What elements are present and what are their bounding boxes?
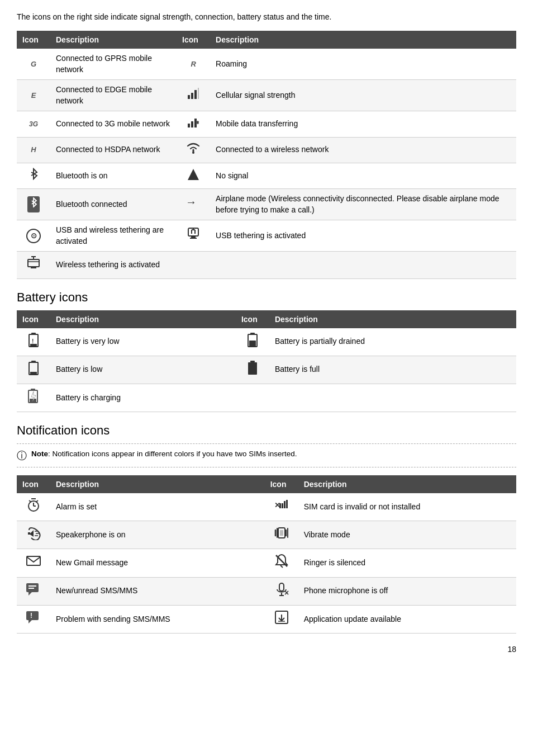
- desc-gmail: New Gmail message: [50, 549, 265, 577]
- icon-app-update: [265, 605, 298, 633]
- note-text: Note: Notification icons appear in diffe…: [31, 448, 297, 460]
- icon-usb-tethering: [177, 220, 210, 252]
- icon-bluetooth-on: [17, 163, 50, 188]
- svg-rect-0: [188, 95, 190, 99]
- battery-table: Icon Description Icon Description ! Batt…: [17, 310, 516, 413]
- svg-rect-2: [194, 90, 197, 99]
- table-row: New Gmail message Ringer is silenced: [17, 549, 516, 577]
- table-row: Bluetooth is on No signal: [17, 163, 516, 188]
- svg-line-43: [29, 500, 31, 502]
- svg-text:→: →: [185, 197, 197, 208]
- svg-rect-55: [280, 530, 283, 536]
- note-box: ⓘ Note: Notification icons appear in dif…: [17, 443, 516, 467]
- notif-col-icon1: Icon: [17, 475, 50, 493]
- icon-data-transfer: [177, 111, 210, 137]
- desc-airplane: Airplane mode (Wireless connectivity dis…: [210, 188, 516, 220]
- icon-battery-low: [17, 356, 50, 384]
- desc-battery-full: Battery is full: [269, 356, 516, 384]
- icon-vibrate: [265, 521, 298, 549]
- notification-table: Icon Description Icon Description Alarm …: [17, 475, 516, 634]
- icon-wireless-tethering: [17, 252, 50, 278]
- col-header-desc1: Description: [50, 31, 177, 49]
- desc-speakerphone: Speakerphone is on: [50, 521, 265, 549]
- intro-text: The icons on the right side indicate sig…: [17, 11, 516, 23]
- desc-usb-tethering: USB tethering is activated: [210, 220, 516, 252]
- note-content: : Notification icons appear in different…: [48, 450, 297, 458]
- desc-sms: New/unread SMS/MMS: [50, 577, 265, 605]
- table-row: G Connected to GPRS mobile network R Roa…: [17, 49, 516, 80]
- battery-col-icon1: Icon: [17, 310, 50, 328]
- svg-rect-48: [282, 503, 283, 508]
- svg-rect-49: [284, 501, 285, 508]
- icon-e: E: [17, 80, 50, 111]
- battery-col-icon2: Icon: [236, 310, 269, 328]
- svg-line-44: [36, 500, 38, 502]
- note-label: Note: [31, 450, 48, 458]
- table-row: New/unread SMS/MMS × Phone microphone is…: [17, 577, 516, 605]
- table-row: ! Battery is very low Battery is partial…: [17, 328, 516, 356]
- icon-battery-charging: [17, 384, 50, 412]
- notification-section-title: Notification icons: [17, 423, 516, 438]
- icon-ringer-silenced: [265, 549, 298, 577]
- svg-marker-72: [28, 620, 32, 623]
- desc-edge: Connected to EDGE mobile network: [50, 80, 177, 111]
- icon-alarm: [17, 493, 50, 521]
- icon-speakerphone: [17, 521, 50, 549]
- icon-h: H: [17, 137, 50, 163]
- icon-airplane: →: [177, 188, 210, 220]
- desc-empty-2: [269, 384, 516, 412]
- desc-wireless-tethering: Wireless tethering is activated: [50, 252, 177, 278]
- svg-rect-4: [188, 124, 190, 127]
- notif-col-desc1: Description: [50, 475, 265, 493]
- svg-point-9: [192, 152, 194, 154]
- table-row: Battery is charging: [17, 384, 516, 412]
- desc-sim-invalid: SIM card is invalid or not installed: [298, 493, 516, 521]
- desc-roaming: Roaming: [210, 49, 516, 80]
- svg-rect-3: [198, 88, 199, 99]
- desc-mic-off: Phone microphone is off: [298, 577, 516, 605]
- icon-usb-wireless: ⊙: [17, 220, 50, 252]
- icon-battery-very-low: !: [17, 328, 50, 356]
- table-row: ⊙ USB and wireless tethering are activat…: [17, 220, 516, 252]
- svg-rect-33: [30, 372, 37, 374]
- table-row: Battery is low Battery is full: [17, 356, 516, 384]
- desc-gprs: Connected to GPRS mobile network: [50, 49, 177, 80]
- connection-table: Icon Description Icon Description G Conn…: [17, 31, 516, 279]
- battery-col-desc1: Description: [50, 310, 236, 328]
- icon-wifi: [177, 137, 210, 163]
- svg-rect-1: [191, 93, 193, 99]
- col-header-icon2: Icon: [177, 31, 210, 49]
- icon-sim-invalid: ✕: [265, 493, 298, 521]
- notif-col-icon2: Icon: [265, 475, 298, 493]
- note-icon: ⓘ: [17, 449, 27, 462]
- desc-data-transfer: Mobile data transferring: [210, 111, 516, 137]
- svg-rect-50: [286, 500, 288, 508]
- desc-app-update: Application update available: [298, 605, 516, 633]
- svg-rect-35: [248, 362, 257, 375]
- svg-rect-5: [191, 121, 193, 127]
- desc-3g: Connected to 3G mobile network: [50, 111, 177, 137]
- table-row: E Connected to EDGE mobile network Cellu…: [17, 80, 516, 111]
- table-row: H Connected to HSDPA network Connected t…: [17, 137, 516, 163]
- col-header-icon1: Icon: [17, 31, 50, 49]
- svg-rect-14: [190, 238, 197, 239]
- table-row: Speakerphone is on Vibrate mode: [17, 521, 516, 549]
- icon-signal: [177, 80, 210, 111]
- notif-col-desc2: Description: [298, 475, 516, 493]
- icon-gmail: [17, 549, 50, 577]
- desc-hsdpa: Connected to HSDPA network: [50, 137, 177, 163]
- icon-empty-1: [177, 252, 210, 278]
- svg-text:!: !: [30, 612, 32, 620]
- svg-rect-67: [279, 583, 284, 591]
- svg-rect-34: [250, 361, 255, 362]
- svg-rect-13: [191, 236, 196, 238]
- svg-text:!: !: [32, 338, 34, 344]
- desc-battery-partial: Battery is partially drained: [269, 328, 516, 356]
- icon-battery-partial: [236, 328, 269, 356]
- svg-text:×: ×: [284, 588, 289, 597]
- icon-battery-full: [236, 356, 269, 384]
- desc-ringer-silenced: Ringer is silenced: [298, 549, 516, 577]
- svg-marker-10: [188, 169, 199, 180]
- desc-vibrate: Vibrate mode: [298, 521, 516, 549]
- icon-3g: 3G: [17, 111, 50, 137]
